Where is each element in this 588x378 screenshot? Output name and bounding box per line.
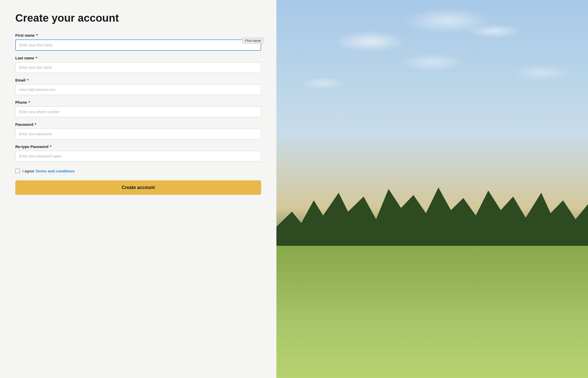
email-input[interactable] [15, 84, 261, 95]
terms-row: I agree Terms and conditions [15, 169, 261, 173]
last-name-label: Last name * [15, 56, 261, 60]
terms-link[interactable]: Terms and conditions [35, 169, 75, 173]
phone-group: Phone * [15, 100, 261, 117]
image-panel [276, 0, 588, 378]
nature-background [276, 0, 588, 378]
terms-checkbox[interactable] [15, 169, 20, 173]
retype-password-input[interactable] [15, 151, 261, 161]
last-name-group: Last name * [15, 56, 261, 73]
password-input[interactable] [15, 129, 261, 139]
password-label: Password * [15, 122, 261, 127]
email-label: Email * [15, 78, 261, 82]
form-panel: Create your account First name * First n… [0, 0, 276, 378]
first-name-input-wrapper: First name [15, 39, 261, 51]
cloud-layer [276, 0, 588, 208]
first-name-group: First name * First name [15, 33, 261, 51]
phone-label: Phone * [15, 100, 261, 104]
retype-password-label: Re-type Password * [15, 144, 261, 149]
last-name-input[interactable] [15, 62, 261, 73]
email-group: Email * [15, 78, 261, 95]
terms-text: I agree Terms and conditions [22, 169, 75, 173]
page-title: Create your account [15, 12, 261, 24]
retype-password-group: Re-type Password * [15, 144, 261, 161]
first-name-label: First name * [15, 33, 261, 37]
create-account-button[interactable]: Create account [15, 180, 261, 195]
password-group: Password * [15, 122, 261, 139]
phone-input[interactable] [15, 106, 261, 117]
first-name-input[interactable] [15, 39, 261, 51]
field-rows [276, 246, 588, 378]
